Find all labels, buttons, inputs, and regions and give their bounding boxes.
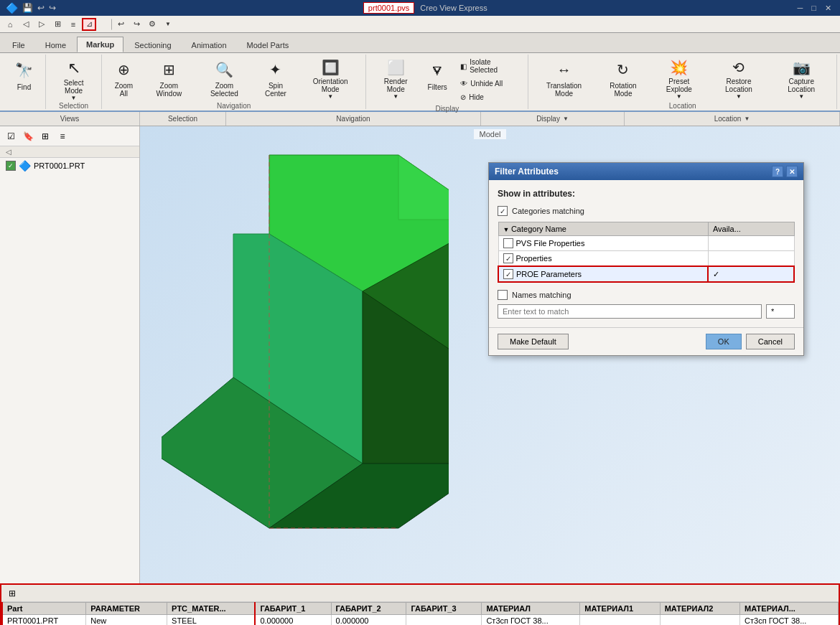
ribbon-tab-bar: File Home Markup Sectioning Animation Mo… xyxy=(0,33,840,53)
ribbon-group-navigation: ⊕ Zoom All ⊞ Zoom Window 🔍 Zoom Selected… xyxy=(102,55,366,109)
col-material2[interactable]: МАТЕРИАЛ2 xyxy=(660,603,739,615)
isolate-selected-button[interactable]: ◧ Isolate Selected xyxy=(457,56,523,76)
tab-home[interactable]: Home xyxy=(36,37,75,52)
capture-icon: 📷 xyxy=(790,59,813,76)
tab-animation[interactable]: Animation xyxy=(182,37,236,52)
grid-icon[interactable]: ⊞ xyxy=(50,18,65,31)
find-buttons: 🔭 Find xyxy=(9,56,39,106)
minimize-btn[interactable]: ─ xyxy=(795,4,806,12)
col-material1[interactable]: МАТЕРИАЛ1 xyxy=(580,603,660,615)
preset-explode-button[interactable]: 💥 Preset Explode ▼ xyxy=(651,56,706,100)
table-row-properties[interactable]: Properties xyxy=(498,251,794,267)
zoom-window-icon: ⊞ xyxy=(157,59,180,80)
back-icon[interactable]: ◁ xyxy=(19,18,33,31)
filters-button[interactable]: ⛛ Filters xyxy=(422,56,452,100)
properties-checkbox[interactable] xyxy=(503,253,513,263)
tab-markup[interactable]: Markup xyxy=(77,37,123,52)
maximize-btn[interactable]: □ xyxy=(808,4,819,12)
down-arrow-icon[interactable]: ▼ xyxy=(161,18,175,31)
cell-material1 xyxy=(580,615,660,626)
views-section: Views xyxy=(0,112,140,126)
table-row-proe[interactable]: PROE Parameters ✓ xyxy=(498,266,794,282)
display-stacked: ◧ Isolate Selected 👁 Unhide All ⊘ Hide xyxy=(457,56,523,103)
select-group-label: Selection xyxy=(59,100,88,110)
spin-center-button[interactable]: ✦ Spin Center xyxy=(253,56,298,100)
render-button[interactable]: ⬜ Render Mode ▼ xyxy=(370,56,421,100)
dialog-help-button[interactable]: ? xyxy=(772,166,783,177)
undo-quick-icon[interactable]: ↩ xyxy=(113,18,128,31)
redo-icon[interactable]: ↪ xyxy=(49,3,56,13)
tree-icon[interactable]: ≡ xyxy=(66,18,80,31)
capture-location-button[interactable]: 📷 Capture Location ▼ xyxy=(770,56,832,100)
unhide-all-button[interactable]: 👁 Unhide All xyxy=(457,77,523,90)
bottom-toolbar: ⊞ xyxy=(1,585,839,602)
title-bar: 🔷 💾 ↩ ↪ prt0001.pvs Creo View Express ─ … xyxy=(0,0,840,16)
ribbon-group-find: 🔭 Find xyxy=(3,55,46,109)
categories-table: ▼ Category Name Availa... PVS File Pr xyxy=(498,222,795,283)
settings-icon[interactable]: ⚙ xyxy=(145,18,159,31)
col-ptc[interactable]: PTC_MATER... xyxy=(167,603,256,615)
separator-1 xyxy=(98,19,112,30)
table-row[interactable]: PRT0001.PRT New STEEL 0.000000 0.000000 … xyxy=(2,615,839,626)
select-mode-button[interactable]: ↖ Select Mode ▼ xyxy=(50,56,97,100)
navigation-section: Navigation xyxy=(226,112,481,126)
hex-shape-svg xyxy=(162,141,449,550)
zoom-window-button[interactable]: ⊞ Zoom Window xyxy=(143,56,195,100)
make-default-button[interactable]: Make Default xyxy=(498,334,569,349)
redo-quick-icon[interactable]: ↪ xyxy=(129,18,144,31)
tab-model-parts[interactable]: Model Parts xyxy=(238,37,299,52)
rotation-button[interactable]: ↻ Rotation Mode xyxy=(597,56,650,100)
col-part[interactable]: Part xyxy=(2,603,86,615)
col-parameter[interactable]: PARAMETER xyxy=(86,603,167,615)
tree-checkbox[interactable]: ✓ xyxy=(6,161,16,171)
left-arrow-icon: ◁ xyxy=(6,148,11,156)
col-material3[interactable]: МАТЕРИАЛ... xyxy=(740,603,839,615)
zoom-selected-button[interactable]: 🔍 Zoom Selected xyxy=(197,56,252,100)
nav-group-label: Navigation xyxy=(217,100,251,110)
close-btn[interactable]: ✕ xyxy=(822,4,834,13)
tab-file[interactable]: File xyxy=(3,37,34,52)
ok-button[interactable]: OK xyxy=(706,334,742,349)
col-category-name[interactable]: ▼ Category Name xyxy=(498,222,708,236)
data-table-container[interactable]: Part PARAMETER PTC_MATER... ГАБАРИТ_1 ГА… xyxy=(1,602,839,625)
zoom-all-button[interactable]: ⊕ Zoom All xyxy=(106,56,141,100)
cancel-button[interactable]: Cancel xyxy=(746,334,795,349)
restore-location-button[interactable]: ⟲ Restore Location ▼ xyxy=(708,56,769,100)
dialog-close-button[interactable]: ✕ xyxy=(786,166,798,177)
left-panel: ☑ 🔖 ⊞ ≡ ◁ ✓ 🔷 PRT0001.PRT xyxy=(0,126,140,583)
forward-icon[interactable]: ▷ xyxy=(34,18,49,31)
ribbon: File Home Markup Sectioning Animation Mo… xyxy=(0,33,840,112)
names-wildcard-input[interactable] xyxy=(766,304,795,319)
home-icon[interactable]: ⌂ xyxy=(3,18,17,31)
table-row-pvs[interactable]: PVS File Properties xyxy=(498,236,794,251)
proe-checkbox[interactable] xyxy=(503,269,513,279)
hide-button[interactable]: ⊘ Hide xyxy=(457,91,523,103)
col-gabarit3[interactable]: ГАБАРИТ_3 xyxy=(406,603,482,615)
categories-matching-checkbox[interactable] xyxy=(498,206,508,216)
names-text-input[interactable] xyxy=(498,304,762,319)
col-gabarit1[interactable]: ГАБАРИТ_1 xyxy=(255,603,331,615)
table-icon[interactable]: ⊞ xyxy=(4,586,20,601)
find-button[interactable]: 🔭 Find xyxy=(9,56,39,100)
cell-material2 xyxy=(660,615,739,626)
col-material[interactable]: МАТЕРИАЛ xyxy=(482,603,580,615)
pvs-checkbox[interactable] xyxy=(503,238,513,248)
cell-parameter: New xyxy=(86,615,167,626)
orientation-button[interactable]: 🔲 Orientation Mode ▼ xyxy=(299,56,361,100)
undo-icon[interactable]: ↩ xyxy=(37,3,45,13)
col-gabarit2[interactable]: ГАБАРИТ_2 xyxy=(331,603,406,615)
translation-button[interactable]: ↔ Translation Mode xyxy=(533,56,594,100)
list-view-icon[interactable]: ≡ xyxy=(55,128,70,144)
quick-save-icon[interactable]: 💾 xyxy=(22,3,33,13)
orientation-icon: 🔲 xyxy=(319,59,342,76)
col-available[interactable]: Availa... xyxy=(708,222,794,236)
checkbox-icon[interactable]: ☑ xyxy=(3,128,19,144)
names-matching-checkbox[interactable] xyxy=(498,290,508,300)
tab-sectioning[interactable]: Sectioning xyxy=(125,37,180,52)
filter-btn[interactable]: ⊿ xyxy=(82,18,96,31)
bookmark-icon[interactable]: 🔖 xyxy=(20,128,36,144)
filter-attributes-dialog: Filter Attributes ? ✕ Show in attributes… xyxy=(488,162,804,356)
rotation-icon: ↻ xyxy=(612,59,635,80)
tree-item-prt0001[interactable]: ✓ 🔷 PRT0001.PRT xyxy=(0,158,139,174)
grid-view-icon[interactable]: ⊞ xyxy=(37,128,53,144)
